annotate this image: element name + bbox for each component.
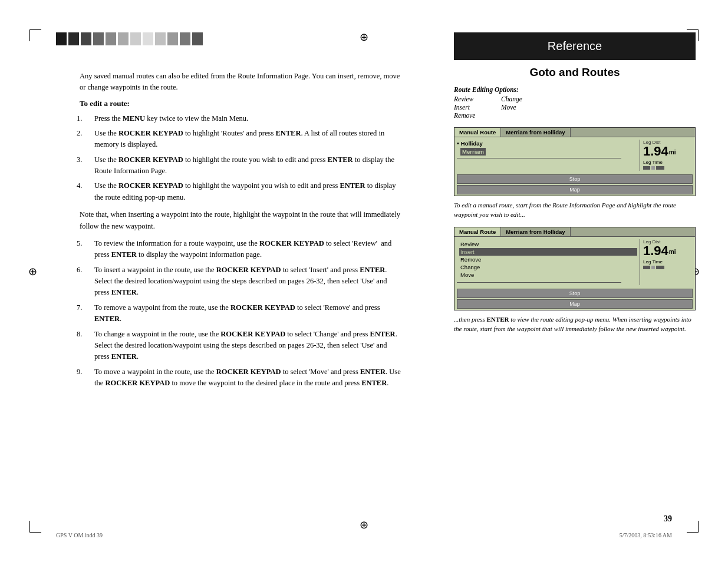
gps-tab2-manual: Manual Route — [454, 227, 501, 236]
gps-dist-value: 1.94mi — [643, 145, 693, 158]
footer-right: 5/7/2003, 8:53:16 AM — [620, 532, 672, 538]
corner-mark-br — [687, 521, 699, 533]
list-item: 4. Use the ROCKER KEYPAD to highlight th… — [91, 180, 404, 203]
steps-list: 1. Press the MENU key twice to view the … — [56, 113, 404, 204]
list-item: 1. Press the MENU key twice to view the … — [91, 113, 404, 124]
list-item: 6. To insert a waypoint in the route, us… — [91, 265, 404, 299]
list-item: 3. Use the ROCKER KEYPAD to highlight th… — [91, 154, 404, 177]
option-remove: Remove — [454, 112, 501, 119]
list-item: 8. To change a waypoint in the route, us… — [91, 329, 404, 363]
list-item: 2. Use the ROCKER KEYPAD to highlight 'R… — [91, 128, 404, 151]
page: ⊕ ⊕ ⊕ ⊕ Any saved manual routes can also… — [0, 0, 728, 562]
page-number: 39 — [664, 514, 672, 524]
gps-map-button: Map — [457, 185, 693, 194]
section-heading: To edit a route: — [56, 99, 404, 108]
gps-waypoint-list: • Holliday Merriam — [457, 140, 640, 171]
right-column: Reference Goto and Routes Route Editing … — [454, 32, 696, 341]
gps-map-button-2: Map — [457, 299, 693, 309]
gps-screen-2: Manual Route Merriam from Holliday Revie… — [454, 227, 696, 310]
gps-menu-panel: Review Insert Remove Change Move — [457, 239, 640, 285]
gps-screen-2-body: Review Insert Remove Change Move Leg Dis… — [454, 237, 695, 287]
route-options-grid: Review Change Insert Move Remove — [454, 95, 696, 119]
route-options-label: Route Editing Options: — [454, 86, 696, 93]
gps-screen-1-header: Manual Route Merriam from Holliday — [454, 128, 695, 137]
list-item: 7. To remove a waypoint from the route, … — [91, 302, 404, 325]
gps-screen-2-header: Manual Route Merriam from Holliday — [454, 227, 695, 237]
left-crosshair: ⊕ — [28, 265, 37, 278]
note-paragraph: Note that, when inserting a waypoint int… — [56, 209, 404, 232]
corner-mark-bl — [29, 521, 41, 533]
corner-mark-tl — [29, 29, 41, 41]
gps-menu-change: Change — [459, 263, 637, 271]
gps-menu-list: Review Insert Remove Change Move — [457, 239, 640, 280]
gps-tab-manual: Manual Route — [454, 128, 501, 137]
gps-distance-panel-2: Leg Dist 1.94mi Leg Time — [640, 239, 693, 285]
gps-menu-move: Move — [459, 271, 637, 279]
gps-menu-remove: Remove — [459, 256, 637, 263]
gps-time-bar-2 — [643, 266, 693, 269]
footer-left: GPS V OM.indd 39 — [56, 532, 103, 538]
option-move: Move — [501, 104, 548, 111]
intro-paragraph: Any saved manual routes can also be edit… — [56, 71, 404, 93]
left-column: Any saved manual routes can also be edit… — [56, 71, 404, 392]
top-crosshair: ⊕ — [360, 31, 368, 44]
list-item: 9. To move a waypoint in the route, use … — [91, 366, 404, 389]
gps-time-label: Leg Time — [643, 160, 693, 165]
gps-menu-review: Review — [459, 240, 637, 248]
gps-distance-panel: Leg Dist 1.94mi Leg Time — [640, 140, 693, 171]
option-review: Review — [454, 95, 501, 103]
gps-waypoint-merriam: Merriam — [457, 148, 640, 156]
gps-time-label-2: Leg Time — [643, 259, 693, 265]
gps-tab-merriam: Merriam from Holliday — [501, 128, 570, 137]
gps-menu-insert: Insert — [459, 248, 637, 256]
gps-screen-1-caption: To edit a manual route, start from the R… — [454, 201, 696, 220]
gps-stop-button-2: Stop — [457, 289, 693, 298]
gps-screen-1-body: • Holliday Merriam Leg Dist 1.94mi Leg T… — [454, 137, 695, 173]
option-change: Change — [501, 95, 548, 103]
section-title: Goto and Routes — [454, 66, 696, 79]
gps-screen-2-caption: ...then press ENTER to view the route ed… — [454, 315, 696, 334]
gps-dist-value-2: 1.94mi — [643, 244, 693, 257]
gps-separator — [457, 158, 621, 158]
bottom-crosshair: ⊕ — [360, 518, 368, 531]
steps-list-2: 5. To review the information for a route… — [56, 238, 404, 389]
gps-tab2-merriam: Merriam from Holliday — [501, 227, 570, 236]
top-bar-left — [56, 32, 203, 45]
option-insert: Insert — [454, 104, 501, 111]
list-item: 5. To review the information for a route… — [91, 238, 404, 261]
gps-waypoint-holliday: • Holliday — [457, 140, 640, 147]
gps-separator-2 — [457, 282, 621, 283]
gps-stop-button: Stop — [457, 174, 693, 184]
gps-time-bar — [643, 166, 693, 170]
reference-header: Reference — [454, 32, 696, 60]
gps-screen-1: Manual Route Merriam from Holliday • Hol… — [454, 127, 696, 196]
